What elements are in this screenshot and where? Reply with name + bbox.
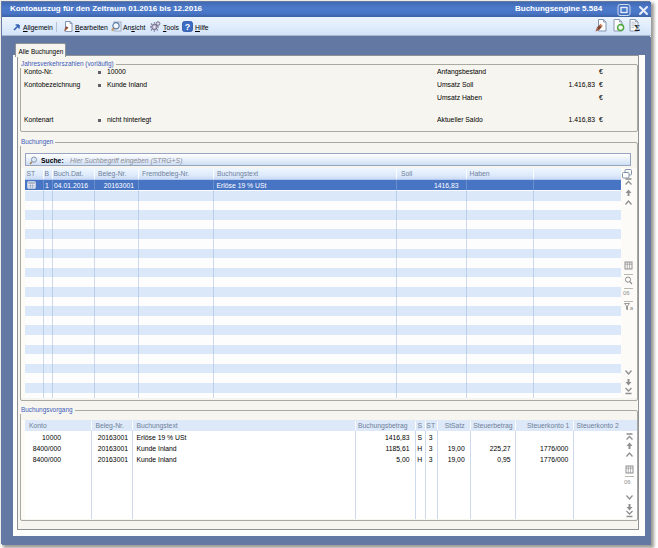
svg-text:Σ: Σ bbox=[635, 23, 641, 32]
svg-text:?: ? bbox=[185, 22, 191, 32]
svg-text:a: a bbox=[630, 305, 634, 311]
